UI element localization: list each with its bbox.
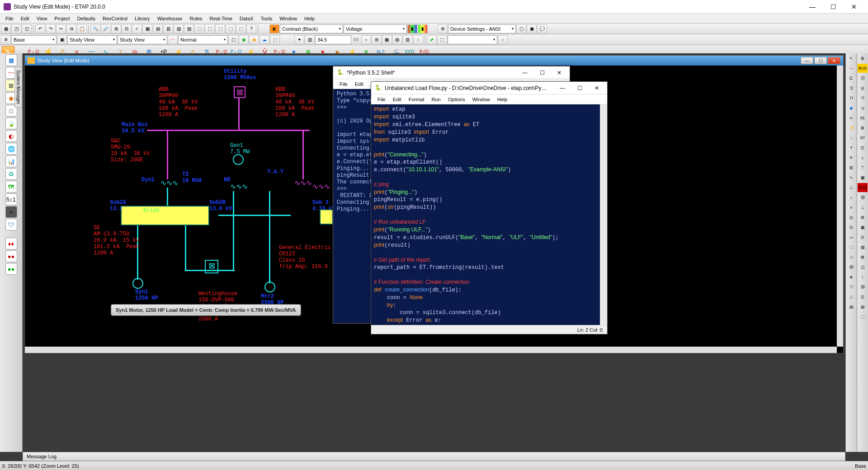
menu-view[interactable]: View	[33, 15, 51, 22]
ed-menu-help[interactable]: Help	[494, 96, 511, 103]
tb3-btn[interactable]: →	[498, 35, 508, 44]
study1-combo[interactable]: Study View▾	[67, 35, 117, 44]
rs-btn[interactable]: ◎	[858, 84, 868, 93]
rs-btn[interactable]: ⊥	[846, 183, 856, 192]
study-max-button[interactable]: ☐	[814, 57, 827, 64]
rs-btn[interactable]: ⊥	[858, 203, 868, 212]
rs-btn[interactable]: ✕	[846, 153, 856, 162]
rs-btn[interactable]: ↖	[846, 54, 856, 63]
tb1-btn[interactable]: ↶	[35, 24, 45, 33]
tb1-btn[interactable]: ✓	[132, 24, 142, 33]
tb3-btn[interactable]: ▥	[305, 35, 315, 44]
tb1-btn[interactable]: ▥	[163, 24, 173, 33]
editor-body[interactable]: import etap import sqlite3 import xml.et…	[371, 104, 600, 325]
rs-btn[interactable]: ⊡	[846, 223, 856, 232]
menu-realtime[interactable]: Real-Time	[206, 15, 236, 22]
tb3-combo[interactable]: ▾	[448, 35, 497, 44]
tb2-btn[interactable]: ▢	[516, 24, 526, 33]
device-icon[interactable]: ⚙	[438, 24, 448, 33]
voltage-combo[interactable]: Voltage▾	[344, 24, 407, 33]
tb2-btn[interactable]: ▮	[407, 24, 417, 33]
study-min-button[interactable]: —	[801, 57, 813, 64]
ls-btn[interactable]: ♻	[5, 168, 17, 180]
rs-btn[interactable]: ◎	[846, 213, 856, 222]
ls-btn[interactable]: 🌐	[5, 143, 17, 155]
tb3-btn[interactable]: ⬈	[427, 35, 437, 44]
rs-btn[interactable]: ▭	[846, 233, 856, 242]
utility-symbol[interactable]: ⊠	[234, 86, 245, 98]
tb3-btn[interactable]: ✲	[1, 35, 11, 44]
shell-close-button[interactable]: ✕	[552, 70, 566, 76]
tb3-btn[interactable]: ▦	[382, 35, 392, 44]
menu-library[interactable]: Library	[131, 15, 154, 22]
ed-menu-file[interactable]: File	[374, 96, 389, 103]
tb1-btn[interactable]: ◳	[11, 24, 21, 33]
rs-btn[interactable]: ∿	[846, 173, 856, 182]
tb3-btn[interactable]: 〰	[168, 35, 178, 44]
editor-close-button[interactable]: ✕	[590, 85, 604, 91]
rs-btn[interactable]: Ⓜ	[858, 193, 868, 202]
study-hscroll[interactable]	[25, 347, 837, 353]
tb1-btn[interactable]: ▧	[174, 24, 184, 33]
tb1-btn[interactable]: ⧉	[66, 24, 76, 33]
study-window-titlebar[interactable]: Study View (Edit Mode) — ☐ ✕	[25, 56, 843, 66]
shell-menu-edit[interactable]: Edit	[351, 80, 367, 88]
tb2-btn[interactable]: ▣	[527, 24, 537, 33]
num-combo[interactable]: 34.5	[315, 35, 351, 44]
shell-max-button[interactable]: ☐	[535, 70, 549, 76]
rs-btn[interactable]: Ⓜ	[858, 282, 868, 291]
rs-btn[interactable]: ∞	[846, 113, 856, 122]
tb1-btn[interactable]: 🔎	[101, 24, 111, 33]
rs-btn[interactable]: ▤	[858, 302, 868, 311]
rs-btn[interactable]: 81	[858, 113, 868, 122]
rs-btn[interactable]: ⊡	[858, 233, 868, 242]
ed-menu-format[interactable]: Format	[405, 96, 428, 103]
xfmr-symbol[interactable]: ∿∿∿	[312, 182, 330, 191]
menu-revcontrol[interactable]: RevControl	[99, 15, 131, 22]
ls-btn[interactable]: ♦♦	[5, 238, 17, 249]
menu-window[interactable]: Window	[276, 15, 301, 22]
mtr2-symbol[interactable]	[264, 282, 275, 292]
tb1-btn[interactable]: ✂	[56, 24, 66, 33]
rs-btn[interactable]: ⊥	[846, 292, 856, 301]
tb3-btn[interactable]: ▥	[403, 35, 413, 44]
normal-combo[interactable]: Normal▾	[178, 35, 228, 44]
message-log-bar[interactable]: Message Log	[23, 452, 845, 461]
tb3-btn[interactable]: ▣	[57, 35, 67, 44]
rs-btn[interactable]: ▦	[858, 223, 868, 232]
ls-btn[interactable]: 5↕1	[5, 193, 17, 205]
sub2b-bus[interactable]	[218, 215, 291, 216]
tb3-btn[interactable]: ✦	[294, 35, 304, 44]
rs-btn[interactable]: —	[846, 64, 856, 73]
tb1-btn[interactable]: ↷	[46, 24, 56, 33]
rs-btn[interactable]: BUS	[858, 183, 868, 192]
menu-project[interactable]: Project	[51, 15, 73, 22]
editor-vscroll[interactable]	[600, 104, 607, 325]
ls-btn[interactable]: ●●	[5, 250, 17, 262]
rs-btn[interactable]: ↕	[858, 273, 868, 282]
tb3-btn[interactable]: ◉	[239, 35, 249, 44]
tb3-btn[interactable]: ↔	[361, 35, 371, 44]
rs-btn[interactable]: ⬚	[846, 243, 856, 252]
tb1-btn[interactable]: ⬚	[205, 24, 215, 33]
rs-btn[interactable]: ↕	[846, 193, 856, 202]
tb1-btn[interactable]: ◫	[22, 24, 32, 33]
menu-help[interactable]: Help	[301, 15, 318, 22]
tb1-btn[interactable]: ⬚	[226, 24, 236, 33]
menu-rules[interactable]: Rules	[186, 15, 206, 22]
menu-datax[interactable]: DataX	[236, 15, 257, 22]
rs-btn[interactable]: Ⓥ	[858, 74, 868, 83]
rs-btn[interactable]: ▽	[846, 282, 856, 291]
ls-btn[interactable]: 🛡	[5, 219, 17, 230]
tb1-btn[interactable]: 📋	[77, 24, 87, 33]
tb1-btn[interactable]: 🔍	[90, 24, 100, 33]
tb1-btn[interactable]: ⊞	[111, 24, 121, 33]
editor-titlebar[interactable]: 🐍 Unbalanced Load Flow.py - D:\OneDrive\…	[371, 82, 607, 94]
close-button[interactable]: ✕	[844, 0, 864, 14]
tb1-btn[interactable]: ▦	[142, 24, 152, 33]
tb1-btn[interactable]: ?	[246, 24, 256, 33]
rs-btn[interactable]: ◇	[846, 253, 856, 262]
rs-btn[interactable]: ⊠	[858, 253, 868, 262]
rs-btn[interactable]: Ⓜ	[846, 263, 856, 272]
tb1-btn[interactable]: ⊟	[122, 24, 132, 33]
